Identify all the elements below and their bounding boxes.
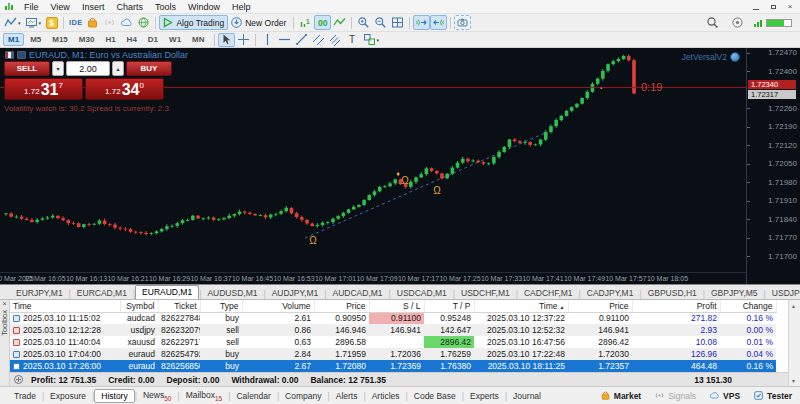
tile-windows-button[interactable] [389,15,406,30]
volume-input[interactable]: 2.00 [66,61,110,76]
toolbox-tab-history[interactable]: History [94,389,134,403]
column-header-ticket[interactable]: Ticket [158,300,200,312]
dropdown-arrow-icon[interactable]: ▾ [377,37,380,43]
dropdown-arrow-icon[interactable]: ▾ [18,20,21,26]
cursor-button[interactable] [218,33,235,47]
sell-price-button[interactable]: 1.72317 [4,78,83,100]
community-button[interactable] [135,15,152,30]
tick-chart-button[interactable]: 1 [297,15,314,30]
community-status-button[interactable] [729,15,746,30]
column-header-time[interactable]: Time [10,300,120,312]
menu-window[interactable]: Window [182,2,226,12]
zoom-in-button[interactable] [355,15,372,30]
chart-tab-eurjpy-m1[interactable]: EURJPY,M1 [10,287,69,299]
toolbox-tab-trade[interactable]: Trade [8,390,42,402]
chart-tab-cadchf-m1[interactable]: CADCHF,M1 [518,287,579,299]
chart-tab-usdjpy-m5[interactable]: USDJPY,M5 [766,287,800,299]
column-header-price[interactable]: Price [314,300,369,312]
restore-button[interactable] [766,2,780,12]
column-header-type[interactable]: Type [200,300,242,312]
chart-tab-eurcad-m1[interactable]: EURCAD,M1 [71,287,133,299]
toolbox-tab-journal[interactable]: Journal [507,390,547,402]
timeframe-mn[interactable]: MN [187,33,209,46]
history-row[interactable]: 2025.03.10 11:15:02audcad8262278485buy2.… [10,312,776,324]
zoom-out-button[interactable] [372,15,389,30]
menu-view[interactable]: View [45,2,76,12]
shapes-button[interactable]: ▾ [361,33,382,47]
channel-button[interactable] [310,33,327,47]
chart-type-button[interactable]: ▾ [2,15,23,30]
search-button[interactable] [704,15,721,30]
equidistant-channel-button[interactable] [327,33,344,47]
buy-button[interactable]: BUY [126,61,172,76]
market-depth-button[interactable]: 00 [314,15,331,30]
chart-tab-euraud-m1[interactable]: EURAUD,M1 [135,285,199,299]
column-header-sl[interactable]: S / L [369,300,424,312]
timeframe-m30[interactable]: M30 [74,33,100,46]
menu-help[interactable]: Help [226,2,257,12]
toolbox-tab-mailbox[interactable]: Mailbox15 [180,389,229,403]
status-market[interactable]: Market [600,390,641,401]
scroll-up-icon[interactable]: ▴ [792,302,795,309]
status-signals[interactable]: Signals [654,390,696,401]
column-header-symbol[interactable]: Symbol [120,300,158,312]
close-button[interactable]: × [783,2,797,12]
menu-file[interactable]: File [18,2,45,12]
timeframe-d1[interactable]: D1 [143,33,163,46]
trendline-button[interactable] [293,33,310,47]
vertical-line-button[interactable] [259,33,276,47]
toolbox-tab-company[interactable]: Company [279,390,327,402]
table-scrollbar[interactable]: ▴ ▾ [788,300,800,386]
toolbox-tab-calendar[interactable]: Calendar [230,390,277,402]
toolbox-close-icon[interactable]: × [2,300,6,308]
column-header-profit[interactable]: Profit [632,300,720,312]
metaeditor-button[interactable]: IDE [67,15,84,30]
timeframe-m1[interactable]: M1 [3,33,24,46]
timeframe-h1[interactable]: H1 [100,33,120,46]
chart-tab-usdcad-m1[interactable]: USDCAD,M1 [391,287,453,299]
history-row[interactable]: 2025.03.10 11:40:04xauusd8262297173sell0… [10,336,776,348]
sell-button[interactable]: SELL [4,61,50,76]
screenshot-button[interactable] [454,15,471,30]
depth-in-button[interactable] [413,15,430,30]
toolbox-tab-exposure[interactable]: Exposure [44,390,92,402]
status-tester[interactable]: Tester [753,390,792,401]
chart-tab-cadjpy-m1[interactable]: CADJPY,M1 [581,287,640,299]
zigzag-button[interactable] [331,15,348,30]
status-vps[interactable]: VPS [709,390,740,401]
menu-insert[interactable]: Insert [76,2,111,12]
dropdown-arrow-icon[interactable]: ▾ [39,20,42,26]
column-header-tp[interactable]: T / P [424,300,474,312]
history-row[interactable]: 2025.03.10 17:26:00euraud8262568505buy2.… [10,360,776,372]
minimize-button[interactable] [749,2,763,12]
new-order-button[interactable]: New Order [228,15,290,30]
menu-tools[interactable]: Tools [149,2,182,12]
chart-tab-usdchf-m1[interactable]: USDCHF,M1 [455,287,516,299]
text-button[interactable]: T [344,33,361,47]
menu-charts[interactable]: Charts [110,2,149,12]
algo-trading-button[interactable]: Algo Trading [159,15,228,30]
signals-button[interactable] [101,15,118,30]
currency-button[interactable]: $ [43,15,60,30]
column-header-change[interactable]: Change [720,300,776,312]
toolbox-tab-code-base[interactable]: Code Base [408,390,462,402]
chart-tab-audjpy-m1[interactable]: AUDJPY,M1 [266,287,325,299]
timeframe-h4[interactable]: H4 [122,33,142,46]
chart-area[interactable]: Ω♦ΩΩ▪10 Mar 202510 Mar 16:0510 Mar 16:13… [0,48,800,285]
vps-cloud-button[interactable] [118,15,135,30]
chart-tab-gbpusd-h1[interactable]: GBPUSD,H1 [642,287,703,299]
history-row[interactable]: 2025.03.10 12:12:28usdjpy8262320794sell0… [10,324,776,336]
toolbox-tab-experts[interactable]: Experts [464,390,505,402]
history-row[interactable]: 2025.03.10 17:04:00euraud8262547925buy2.… [10,348,776,360]
toolbox-tab-articles[interactable]: Articles [366,390,406,402]
volume-decrease-button[interactable]: ▾ [52,61,64,76]
chart-tab-audcad-m1[interactable]: AUDCAD,M1 [327,287,389,299]
scroll-down-icon[interactable]: ▾ [792,377,795,384]
horizontal-line-button[interactable] [276,33,293,47]
column-header-volume[interactable]: Volume [242,300,314,312]
timeframe-m15[interactable]: M15 [47,33,73,46]
depth-out-button[interactable] [430,15,447,30]
chart-profile-button[interactable]: ▾ [23,15,44,30]
timeframe-w1[interactable]: W1 [164,33,186,46]
toolbox-tab-alerts[interactable]: Alerts [330,390,364,402]
